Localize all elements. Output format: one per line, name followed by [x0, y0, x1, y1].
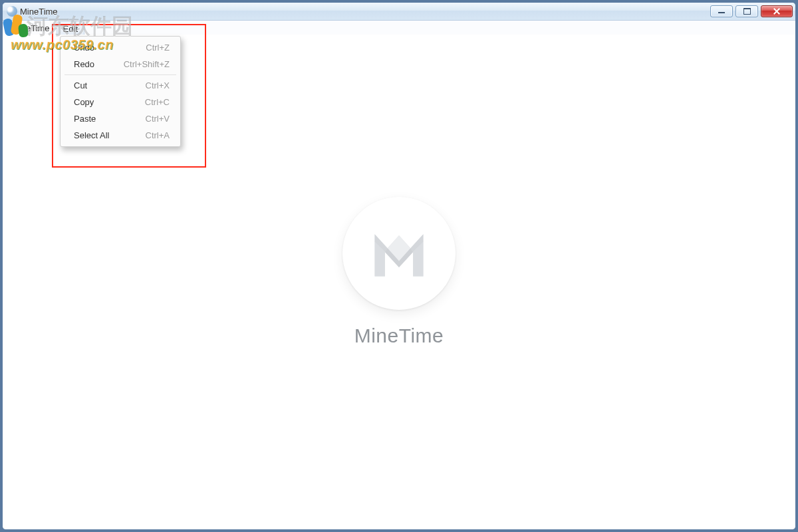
app-logo-circle: [342, 197, 456, 310]
menu-item-select-all[interactable]: Select All Ctrl+A: [62, 127, 179, 144]
menu-item-label: Cut: [74, 80, 146, 90]
maximize-icon: [743, 8, 751, 15]
edit-dropdown: Undo Ctrl+Z Redo Ctrl+Shift+Z Cut Ctrl+X…: [60, 36, 181, 147]
menu-item-label: Undo: [74, 43, 146, 53]
menu-item-copy[interactable]: Copy Ctrl+C: [62, 94, 179, 110]
menu-item-label: Copy: [74, 97, 145, 107]
menu-item-undo[interactable]: Undo Ctrl+Z: [62, 39, 179, 56]
menu-item-label: Select All: [74, 130, 146, 140]
menu-item-redo[interactable]: Redo Ctrl+Shift+Z: [62, 56, 179, 72]
app-logo-icon: [367, 221, 431, 285]
menu-item-label: Paste: [74, 114, 146, 124]
window-frame: MineTime MineTime Edit Mine: [2, 2, 796, 530]
menu-item-accel: Ctrl+C: [145, 97, 170, 107]
app-splash: MineTime: [342, 197, 456, 347]
titlebar[interactable]: MineTime: [3, 3, 795, 21]
menu-item-accel: Ctrl+V: [146, 114, 170, 124]
window-title: MineTime: [20, 7, 58, 17]
menu-minetime[interactable]: MineTime: [5, 21, 57, 35]
menu-item-label: Redo: [74, 59, 124, 69]
menu-item-accel: Ctrl+Shift+Z: [124, 59, 170, 69]
minimize-icon: [718, 12, 725, 13]
menu-item-accel: Ctrl+Z: [146, 43, 170, 53]
menu-item-accel: Ctrl+A: [146, 130, 170, 140]
menu-separator: [65, 74, 176, 75]
menu-item-cut[interactable]: Cut Ctrl+X: [62, 77, 179, 94]
app-name-label: MineTime: [342, 325, 456, 347]
menubar: MineTime Edit: [3, 21, 795, 36]
app-icon: [7, 6, 17, 17]
close-button[interactable]: [761, 5, 793, 17]
minimize-button[interactable]: [710, 5, 733, 17]
menu-edit[interactable]: Edit: [57, 21, 84, 35]
close-icon: [773, 7, 781, 15]
maximize-button[interactable]: [735, 5, 758, 17]
menu-item-accel: Ctrl+X: [146, 80, 170, 90]
menu-item-paste[interactable]: Paste Ctrl+V: [62, 110, 179, 127]
